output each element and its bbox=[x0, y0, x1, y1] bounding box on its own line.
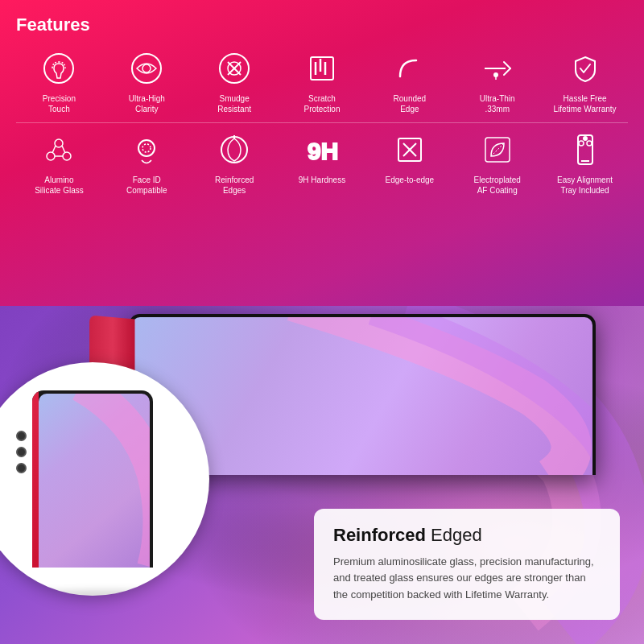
feature-hassle-free: Hassle FreeLifetime Warranty bbox=[542, 47, 628, 114]
features-row2: AluminoSilicate Glass Face IDCompatible bbox=[16, 128, 628, 196]
feature-label: Hassle FreeLifetime Warranty bbox=[554, 93, 617, 114]
svg-rect-7 bbox=[311, 57, 333, 80]
shadow bbox=[24, 590, 185, 596]
feature-9h-hardness: 9H 9H Hardness bbox=[279, 128, 365, 196]
features-title: Features bbox=[16, 14, 628, 35]
red-side-bar bbox=[32, 390, 39, 568]
feature-alignment-tray: Easy AlignmentTray Included bbox=[542, 128, 628, 196]
feature-label: ReinforcedEdges bbox=[215, 175, 254, 196]
feature-label: Face IDCompatible bbox=[126, 175, 167, 196]
reinforced-title: Reinforced Edged bbox=[333, 525, 601, 546]
shield-icon bbox=[564, 47, 607, 90]
feature-label: Easy AlignmentTray Included bbox=[557, 175, 613, 196]
camera-area bbox=[16, 431, 27, 473]
touch-icon bbox=[37, 47, 80, 90]
reinforced-description: Premium aluminosilicate glass, precision… bbox=[333, 554, 601, 604]
feature-edge-to-edge: Edge-to-edge bbox=[366, 128, 452, 196]
svg-point-33 bbox=[584, 137, 587, 140]
feature-precision-touch: PrecisionTouch bbox=[16, 47, 102, 114]
feature-smudge-resistant: SmudgeResistant bbox=[192, 47, 278, 114]
feature-ultra-thin: Ultra-Thin.33mm bbox=[454, 47, 540, 114]
page-container: Features PrecisionTouch bbox=[0, 0, 644, 644]
feature-label: RoundedEdge bbox=[394, 93, 427, 114]
phone-icon bbox=[564, 128, 607, 171]
9h-icon: 9H bbox=[300, 128, 344, 171]
feature-label: SmudgeResistant bbox=[217, 93, 251, 114]
feature-label: Ultra-Thin.33mm bbox=[480, 93, 515, 114]
reinforced-title-bold: Reinforced bbox=[333, 525, 426, 545]
feature-label: ScratchProtection bbox=[303, 93, 340, 114]
reinforced-icon bbox=[213, 128, 256, 171]
feature-scratch-protection: ScratchProtection bbox=[279, 47, 365, 114]
faceid-icon bbox=[125, 128, 168, 171]
scratch-icon bbox=[300, 47, 344, 90]
text-area: Reinforced Edged Premium aluminosilicate… bbox=[314, 509, 620, 620]
camera-dot bbox=[16, 447, 27, 457]
feature-reinforced-edges: ReinforcedEdges bbox=[192, 128, 278, 196]
feature-label: ElectroplatedAF Coating bbox=[474, 175, 521, 196]
reinforced-title-rest: Edged bbox=[426, 525, 482, 545]
svg-rect-30 bbox=[485, 138, 510, 162]
feature-electroplated: ElectroplatedAF Coating bbox=[454, 128, 540, 196]
svg-point-23 bbox=[142, 144, 151, 152]
divider bbox=[16, 122, 628, 123]
thin-icon bbox=[476, 47, 519, 90]
feature-label: PrecisionTouch bbox=[43, 93, 76, 114]
svg-text:9H: 9H bbox=[308, 138, 338, 164]
camera-dot bbox=[16, 463, 27, 473]
svg-line-20 bbox=[62, 146, 65, 153]
phone-frame bbox=[32, 390, 153, 568]
leaf-icon bbox=[476, 128, 519, 171]
feature-label: Ultra-HighClarity bbox=[129, 93, 165, 114]
svg-line-31 bbox=[491, 143, 504, 156]
svg-point-2 bbox=[142, 64, 151, 72]
svg-line-13 bbox=[504, 68, 510, 75]
feature-label: AluminoSilicate Glass bbox=[35, 175, 84, 196]
feature-ultra-high-clarity: Ultra-HighClarity bbox=[104, 47, 190, 114]
svg-line-12 bbox=[504, 62, 510, 68]
svg-point-22 bbox=[138, 140, 155, 156]
feature-label: Edge-to-edge bbox=[386, 175, 435, 185]
feature-face-id: Face IDCompatible bbox=[104, 128, 190, 196]
bottom-section: Reinforced Edged Premium aluminosilicate… bbox=[0, 306, 644, 644]
feature-alumino-silicate: AluminoSilicate Glass bbox=[16, 128, 102, 196]
svg-point-18 bbox=[63, 152, 71, 160]
molecule-icon bbox=[37, 128, 80, 171]
camera-dot bbox=[16, 431, 27, 441]
svg-line-19 bbox=[52, 146, 56, 153]
svg-point-36 bbox=[587, 141, 592, 146]
svg-point-24 bbox=[221, 137, 247, 163]
feature-label: 9H Hardness bbox=[299, 175, 345, 185]
smudge-icon bbox=[213, 47, 256, 90]
svg-point-35 bbox=[579, 141, 584, 146]
features-section: Features PrecisionTouch bbox=[0, 0, 644, 212]
eye-icon bbox=[125, 47, 168, 90]
edgetoedge-icon bbox=[388, 128, 431, 171]
rounded-icon bbox=[388, 47, 431, 90]
feature-rounded-edge: RoundedEdge bbox=[366, 47, 452, 114]
features-row1: PrecisionTouch Ultra-HighClarity bbox=[16, 47, 628, 114]
svg-point-17 bbox=[47, 152, 55, 160]
screen-inner bbox=[39, 394, 150, 568]
circle-overlay bbox=[0, 362, 209, 596]
svg-point-15 bbox=[494, 73, 497, 76]
